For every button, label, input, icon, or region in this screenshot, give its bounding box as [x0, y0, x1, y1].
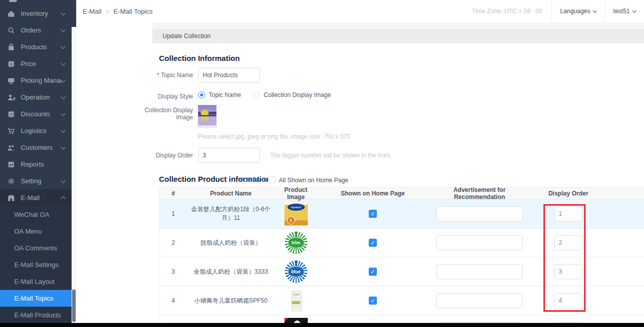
topbar: E-Mall > E-Mall Topics Time Zone: UTC + … — [76, 0, 644, 22]
sidebar-item-e-mall-topics[interactable]: E-Mall Topics — [0, 290, 72, 307]
sidebar-item-label: Price — [21, 60, 61, 68]
all-shown-label: All Shown on Home Page — [279, 177, 348, 184]
row-display-order-input[interactable] — [554, 206, 583, 221]
sidebar-item-e-mall[interactable]: E-Mall — [0, 189, 76, 206]
sidebar-item-products[interactable]: Products — [0, 39, 76, 55]
sidebar-item-operation[interactable]: Operation — [0, 89, 76, 106]
sidebar-item-label: Discounts — [21, 110, 61, 118]
gaia-sunscreen-bottle-image — [284, 289, 308, 312]
submenu-label: E-Mall Layout — [14, 278, 54, 285]
table-row: 5 Delete — [159, 315, 644, 323]
row-display-order-input[interactable] — [554, 264, 583, 279]
table-row: 3 全脂成人奶粉（袋装）3333 Delete — [159, 257, 644, 286]
languages-dropdown[interactable]: Languages — [552, 0, 604, 22]
sidebar-item-logistics[interactable]: Logistics — [0, 122, 76, 139]
shown-on-home-page-checkbox[interactable] — [369, 268, 377, 276]
main-content: Update Collection Collection Information… — [76, 0, 644, 327]
sidebar-item-e-mall-settings[interactable]: E-Mall Settings — [0, 256, 72, 273]
radio-option-collection-display-image[interactable]: Collection Display Image — [253, 91, 331, 99]
column-header-num: # — [159, 190, 187, 197]
collection-display-photo[interactable] — [198, 105, 216, 127]
sidebar-item-picking-manage[interactable]: Picking Manage — [0, 72, 76, 89]
sidebar-menu: Inventory Orders Products ¥ Price Pickin… — [0, 5, 76, 323]
sidebar: Inventory Orders Products ¥ Price Pickin… — [0, 0, 76, 327]
shown-on-home-page-checkbox[interactable] — [369, 297, 377, 305]
sidebar-item-label: Customers — [21, 144, 61, 151]
search-icon — [7, 26, 15, 35]
chevron-down-icon — [61, 60, 66, 66]
sidebar-item-oa-comments[interactable]: OA Comments — [0, 240, 72, 256]
sidebar-item-discounts[interactable]: % Discounts — [0, 106, 76, 122]
column-header-advertisement: Advertisement for Recommendation — [429, 187, 530, 201]
sidebar-item-label: Reports — [21, 160, 76, 168]
customers-icon — [7, 144, 15, 152]
topic-name-label: *Topic Name — [76, 72, 193, 79]
sidebar-item-label: E-Mall — [21, 194, 61, 202]
product-name: 小猪佩奇儿童防晒霜SPF50 — [187, 297, 275, 305]
radio-option-topic-name[interactable]: Topic Name — [198, 91, 241, 99]
column-header-product-image: Product Image — [275, 187, 317, 201]
breadcrumb-root[interactable]: E-Mall — [83, 8, 102, 15]
sidebar-item-customers[interactable]: Customers — [0, 139, 76, 156]
row-number: 4 — [159, 297, 187, 304]
sidebar-item-label: Logistics — [21, 127, 61, 135]
chevron-down-icon — [61, 10, 66, 15]
radio-label: Collection Display Image — [264, 91, 331, 99]
sidebar-item-setting[interactable]: Setting — [0, 173, 76, 189]
svg-text:%: % — [9, 112, 13, 117]
advertisement-input[interactable] — [436, 235, 523, 250]
breadcrumb-separator: > — [106, 8, 110, 15]
radio-unselected-icon[interactable] — [253, 91, 260, 99]
user-dropdown[interactable]: test51 — [605, 0, 644, 22]
sidebar-scrollbar-thumb[interactable] — [72, 289, 76, 322]
sidebar-item-e-mall-products[interactable]: E-Mall Products — [0, 307, 72, 323]
breadcrumb-current: E-Mall Topics — [113, 8, 152, 15]
advertisement-input[interactable] — [436, 293, 523, 308]
display-order-label: Display Order — [76, 152, 193, 159]
shown-on-home-page-checkbox[interactable] — [369, 210, 377, 218]
row-display-order-input[interactable] — [554, 293, 583, 308]
scrolled-item-remnant — [9, 0, 17, 2]
display-style-radio-group: Topic Name Collection Display Image — [198, 91, 331, 99]
sidebar-item-wechat-oa[interactable]: WeChat OA — [0, 206, 72, 223]
advertisement-input[interactable] — [436, 206, 523, 221]
chevron-down-icon — [61, 44, 66, 49]
trim-milk-powder-bag-image — [284, 231, 308, 254]
chevron-down-icon — [61, 178, 66, 183]
chevron-down-icon — [61, 111, 66, 116]
breadcrumb: E-Mall > E-Mall Topics — [76, 8, 153, 15]
product-name: 金装婴儿配方奶粉1段（0-6个月）11 — [187, 205, 275, 222]
row-number: 3 — [159, 268, 187, 275]
display-order-input[interactable] — [198, 148, 260, 163]
submenu-label: WeChat OA — [14, 211, 49, 218]
radio-selected-icon[interactable] — [198, 91, 205, 99]
chevron-down-icon — [61, 127, 66, 133]
cart-icon — [7, 127, 15, 135]
row-number: 2 — [159, 239, 187, 246]
price-tag-icon: ¥ — [7, 60, 15, 68]
row-display-order-input[interactable] — [554, 235, 583, 250]
submenu-label: E-Mall Settings — [14, 261, 58, 269]
all-shown-checkbox[interactable] — [268, 176, 275, 183]
submenu-label: E-Mall Topics — [14, 295, 53, 302]
topic-name-input[interactable] — [198, 68, 260, 83]
column-header-operation: Operation — [606, 190, 644, 197]
sidebar-item-e-mall-layout[interactable]: E-Mall Layout — [0, 273, 72, 290]
mall-icon — [7, 194, 15, 202]
aptamil-formula-box-image — [284, 202, 308, 225]
advertisement-input[interactable] — [436, 264, 523, 279]
sidebar-item-price[interactable]: ¥ Price — [0, 55, 76, 72]
discount-icon: % — [7, 110, 15, 118]
sidebar-item-oa-menu[interactable]: OA Menu — [0, 223, 72, 240]
sidebar-item-reports[interactable]: Reports — [0, 156, 76, 173]
column-header-shown-on-home-page: Shown on Home Page — [317, 190, 429, 197]
operator-icon — [7, 93, 15, 102]
product-name: 全脂成人奶粉（袋装）3333 — [187, 268, 275, 276]
sidebar-item-inventory[interactable]: Inventory — [0, 5, 76, 22]
sidebar-item-orders[interactable]: Orders — [0, 22, 76, 39]
shown-on-home-page-checkbox[interactable] — [369, 239, 377, 247]
gear-icon — [7, 177, 15, 185]
column-header-display-order: Display Order — [530, 190, 606, 197]
content-gap — [152, 22, 644, 29]
row-number: 1 — [159, 210, 187, 217]
